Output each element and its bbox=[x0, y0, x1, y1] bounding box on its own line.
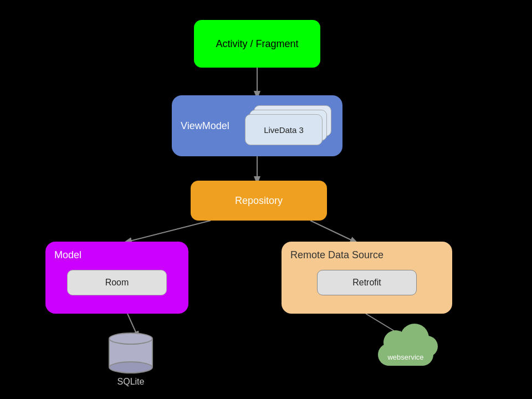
svg-line-3 bbox=[310, 221, 355, 242]
livedata-card-3: LiveData 3 bbox=[245, 114, 323, 145]
repository-box: Repository bbox=[191, 181, 327, 221]
remote-data-source-box: Remote Data Source Retrofit bbox=[282, 242, 452, 314]
cylinder-bottom bbox=[109, 361, 153, 374]
room-box: Room bbox=[67, 270, 167, 295]
svg-line-2 bbox=[127, 221, 211, 242]
sqlite-container: SQLite bbox=[109, 332, 153, 387]
sqlite-cylinder bbox=[109, 332, 153, 374]
activity-fragment-box: Activity / Fragment bbox=[194, 20, 320, 68]
viewmodel-label: ViewModel bbox=[181, 120, 229, 132]
model-box: Model Room bbox=[45, 242, 188, 314]
retrofit-box: Retrofit bbox=[317, 270, 417, 295]
repository-label: Repository bbox=[235, 195, 283, 207]
diagram-container: Activity / Fragment ViewModel LiveData 3… bbox=[0, 0, 532, 399]
activity-fragment-label: Activity / Fragment bbox=[216, 38, 298, 50]
livedata-stack: LiveData 3 bbox=[245, 105, 334, 146]
remote-data-source-label: Remote Data Source bbox=[290, 249, 443, 261]
room-label: Room bbox=[105, 278, 129, 288]
cylinder-top bbox=[109, 332, 153, 345]
livedata-label: LiveData 3 bbox=[264, 125, 304, 135]
retrofit-label: Retrofit bbox=[352, 278, 381, 288]
webservice-container: webservice bbox=[372, 332, 439, 366]
sqlite-label: SQLite bbox=[117, 377, 145, 387]
viewmodel-box: ViewModel LiveData 3 bbox=[172, 95, 342, 156]
webservice-label: webservice bbox=[372, 353, 439, 361]
webservice-cloud: webservice bbox=[372, 332, 439, 366]
model-label: Model bbox=[54, 249, 180, 261]
